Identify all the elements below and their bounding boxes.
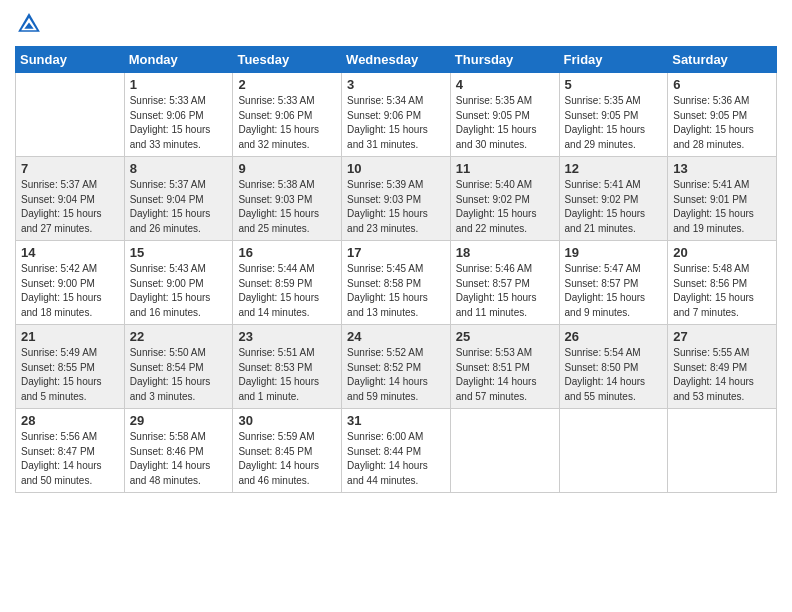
day-info: Sunrise: 5:44 AM Sunset: 8:59 PM Dayligh… (238, 262, 337, 320)
calendar-week-row: 28Sunrise: 5:56 AM Sunset: 8:47 PM Dayli… (16, 409, 777, 493)
day-number: 29 (130, 413, 229, 428)
calendar-cell: 26Sunrise: 5:54 AM Sunset: 8:50 PM Dayli… (559, 325, 668, 409)
day-number: 15 (130, 245, 229, 260)
day-info: Sunrise: 5:45 AM Sunset: 8:58 PM Dayligh… (347, 262, 446, 320)
day-number: 11 (456, 161, 555, 176)
day-number: 24 (347, 329, 446, 344)
weekday-header: Tuesday (233, 47, 342, 73)
day-info: Sunrise: 5:37 AM Sunset: 9:04 PM Dayligh… (130, 178, 229, 236)
calendar-table: SundayMondayTuesdayWednesdayThursdayFrid… (15, 46, 777, 493)
day-number: 21 (21, 329, 120, 344)
calendar-cell: 30Sunrise: 5:59 AM Sunset: 8:45 PM Dayli… (233, 409, 342, 493)
day-number: 5 (565, 77, 664, 92)
calendar-cell: 3Sunrise: 5:34 AM Sunset: 9:06 PM Daylig… (342, 73, 451, 157)
weekday-header: Thursday (450, 47, 559, 73)
day-info: Sunrise: 5:47 AM Sunset: 8:57 PM Dayligh… (565, 262, 664, 320)
calendar-cell: 6Sunrise: 5:36 AM Sunset: 9:05 PM Daylig… (668, 73, 777, 157)
day-number: 26 (565, 329, 664, 344)
day-number: 10 (347, 161, 446, 176)
day-info: Sunrise: 5:36 AM Sunset: 9:05 PM Dayligh… (673, 94, 772, 152)
day-info: Sunrise: 5:43 AM Sunset: 9:00 PM Dayligh… (130, 262, 229, 320)
day-info: Sunrise: 5:34 AM Sunset: 9:06 PM Dayligh… (347, 94, 446, 152)
day-number: 1 (130, 77, 229, 92)
calendar-cell (559, 409, 668, 493)
day-info: Sunrise: 5:52 AM Sunset: 8:52 PM Dayligh… (347, 346, 446, 404)
day-number: 16 (238, 245, 337, 260)
day-info: Sunrise: 5:51 AM Sunset: 8:53 PM Dayligh… (238, 346, 337, 404)
day-number: 20 (673, 245, 772, 260)
day-number: 22 (130, 329, 229, 344)
day-number: 23 (238, 329, 337, 344)
day-info: Sunrise: 6:00 AM Sunset: 8:44 PM Dayligh… (347, 430, 446, 488)
calendar-cell: 21Sunrise: 5:49 AM Sunset: 8:55 PM Dayli… (16, 325, 125, 409)
calendar-cell: 23Sunrise: 5:51 AM Sunset: 8:53 PM Dayli… (233, 325, 342, 409)
day-info: Sunrise: 5:41 AM Sunset: 9:02 PM Dayligh… (565, 178, 664, 236)
calendar-cell: 27Sunrise: 5:55 AM Sunset: 8:49 PM Dayli… (668, 325, 777, 409)
day-info: Sunrise: 5:58 AM Sunset: 8:46 PM Dayligh… (130, 430, 229, 488)
day-info: Sunrise: 5:42 AM Sunset: 9:00 PM Dayligh… (21, 262, 120, 320)
calendar-cell: 22Sunrise: 5:50 AM Sunset: 8:54 PM Dayli… (124, 325, 233, 409)
calendar-cell: 29Sunrise: 5:58 AM Sunset: 8:46 PM Dayli… (124, 409, 233, 493)
calendar-week-row: 7Sunrise: 5:37 AM Sunset: 9:04 PM Daylig… (16, 157, 777, 241)
calendar-cell: 17Sunrise: 5:45 AM Sunset: 8:58 PM Dayli… (342, 241, 451, 325)
calendar-week-row: 14Sunrise: 5:42 AM Sunset: 9:00 PM Dayli… (16, 241, 777, 325)
calendar-cell: 20Sunrise: 5:48 AM Sunset: 8:56 PM Dayli… (668, 241, 777, 325)
day-info: Sunrise: 5:49 AM Sunset: 8:55 PM Dayligh… (21, 346, 120, 404)
day-number: 25 (456, 329, 555, 344)
day-info: Sunrise: 5:50 AM Sunset: 8:54 PM Dayligh… (130, 346, 229, 404)
day-number: 3 (347, 77, 446, 92)
day-info: Sunrise: 5:35 AM Sunset: 9:05 PM Dayligh… (565, 94, 664, 152)
calendar-cell: 18Sunrise: 5:46 AM Sunset: 8:57 PM Dayli… (450, 241, 559, 325)
logo-icon (15, 10, 43, 38)
weekday-header: Wednesday (342, 47, 451, 73)
day-number: 6 (673, 77, 772, 92)
day-info: Sunrise: 5:33 AM Sunset: 9:06 PM Dayligh… (130, 94, 229, 152)
day-info: Sunrise: 5:59 AM Sunset: 8:45 PM Dayligh… (238, 430, 337, 488)
calendar-cell: 8Sunrise: 5:37 AM Sunset: 9:04 PM Daylig… (124, 157, 233, 241)
calendar-week-row: 1Sunrise: 5:33 AM Sunset: 9:06 PM Daylig… (16, 73, 777, 157)
weekday-header: Sunday (16, 47, 125, 73)
day-number: 12 (565, 161, 664, 176)
weekday-header: Saturday (668, 47, 777, 73)
day-info: Sunrise: 5:35 AM Sunset: 9:05 PM Dayligh… (456, 94, 555, 152)
day-number: 31 (347, 413, 446, 428)
calendar-cell: 13Sunrise: 5:41 AM Sunset: 9:01 PM Dayli… (668, 157, 777, 241)
day-info: Sunrise: 5:41 AM Sunset: 9:01 PM Dayligh… (673, 178, 772, 236)
day-number: 4 (456, 77, 555, 92)
day-info: Sunrise: 5:37 AM Sunset: 9:04 PM Dayligh… (21, 178, 120, 236)
calendar-cell (16, 73, 125, 157)
day-info: Sunrise: 5:55 AM Sunset: 8:49 PM Dayligh… (673, 346, 772, 404)
calendar-cell: 31Sunrise: 6:00 AM Sunset: 8:44 PM Dayli… (342, 409, 451, 493)
calendar-cell: 4Sunrise: 5:35 AM Sunset: 9:05 PM Daylig… (450, 73, 559, 157)
header (15, 10, 777, 38)
calendar-cell: 28Sunrise: 5:56 AM Sunset: 8:47 PM Dayli… (16, 409, 125, 493)
day-number: 19 (565, 245, 664, 260)
day-number: 14 (21, 245, 120, 260)
calendar-cell: 16Sunrise: 5:44 AM Sunset: 8:59 PM Dayli… (233, 241, 342, 325)
day-info: Sunrise: 5:38 AM Sunset: 9:03 PM Dayligh… (238, 178, 337, 236)
day-number: 2 (238, 77, 337, 92)
day-info: Sunrise: 5:40 AM Sunset: 9:02 PM Dayligh… (456, 178, 555, 236)
day-number: 8 (130, 161, 229, 176)
day-number: 9 (238, 161, 337, 176)
calendar-cell: 14Sunrise: 5:42 AM Sunset: 9:00 PM Dayli… (16, 241, 125, 325)
day-info: Sunrise: 5:39 AM Sunset: 9:03 PM Dayligh… (347, 178, 446, 236)
day-number: 7 (21, 161, 120, 176)
logo (15, 10, 47, 38)
calendar-cell: 2Sunrise: 5:33 AM Sunset: 9:06 PM Daylig… (233, 73, 342, 157)
day-number: 28 (21, 413, 120, 428)
calendar-cell: 12Sunrise: 5:41 AM Sunset: 9:02 PM Dayli… (559, 157, 668, 241)
day-info: Sunrise: 5:56 AM Sunset: 8:47 PM Dayligh… (21, 430, 120, 488)
calendar-cell: 19Sunrise: 5:47 AM Sunset: 8:57 PM Dayli… (559, 241, 668, 325)
calendar-cell (450, 409, 559, 493)
weekday-header: Monday (124, 47, 233, 73)
day-info: Sunrise: 5:46 AM Sunset: 8:57 PM Dayligh… (456, 262, 555, 320)
day-number: 27 (673, 329, 772, 344)
day-number: 18 (456, 245, 555, 260)
day-number: 30 (238, 413, 337, 428)
calendar-cell: 15Sunrise: 5:43 AM Sunset: 9:00 PM Dayli… (124, 241, 233, 325)
day-info: Sunrise: 5:33 AM Sunset: 9:06 PM Dayligh… (238, 94, 337, 152)
page: SundayMondayTuesdayWednesdayThursdayFrid… (0, 0, 792, 508)
calendar-cell (668, 409, 777, 493)
calendar-cell: 10Sunrise: 5:39 AM Sunset: 9:03 PM Dayli… (342, 157, 451, 241)
